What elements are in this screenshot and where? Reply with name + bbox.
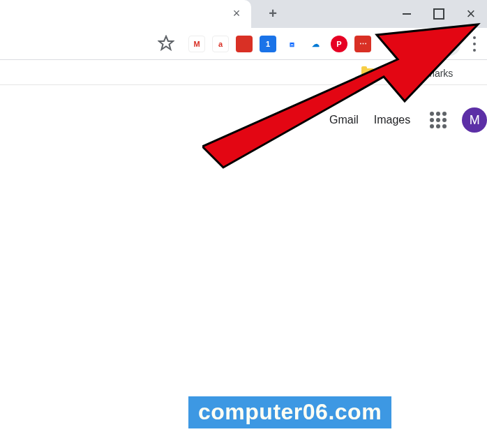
bookmark-star-icon[interactable] — [158, 35, 174, 52]
chrome-menu-button[interactable] — [467, 35, 481, 53]
account-avatar[interactable]: M — [462, 107, 487, 133]
toolbar-separator — [430, 36, 430, 53]
extension-icons-row: M a 1 ⧈ ☁ P ⋯ — [188, 33, 371, 54]
gmail-link[interactable]: Gmail — [329, 114, 359, 126]
a2-ext-icon[interactable]: a — [212, 36, 229, 52]
menu-dot-icon — [473, 43, 476, 45]
maximize-button[interactable] — [423, 0, 455, 28]
browser-toolbar: M a 1 ⧈ ☁ P ⋯ — [0, 28, 487, 60]
tab-strip: × + × — [0, 0, 487, 28]
new-tab-button[interactable]: + — [265, 6, 280, 22]
menu-dot-icon — [473, 49, 476, 52]
pinterest-icon[interactable]: P — [331, 36, 347, 52]
window-controls: × — [391, 0, 487, 28]
other-bookmarks-label: Other bookmarks — [378, 68, 453, 79]
profile-button[interactable] — [438, 33, 460, 56]
cloud-ext-icon[interactable]: ☁ — [307, 36, 324, 52]
watermark-label: computer06.com — [188, 396, 391, 428]
dropbox-icon[interactable]: ⧈ — [283, 36, 300, 52]
window-close-button[interactable]: × — [455, 0, 487, 28]
profile-avatar-icon — [443, 38, 456, 51]
close-tab-button[interactable]: × — [230, 7, 243, 20]
svg-marker-0 — [159, 36, 173, 50]
other-bookmarks-folder[interactable]: Other bookmarks — [361, 66, 453, 81]
google-header-links: Gmail Images M — [329, 107, 487, 133]
dots-ext-icon[interactable]: ⋯ — [354, 36, 371, 52]
square-ext-icon[interactable] — [236, 36, 253, 52]
badge-ext-icon[interactable]: 1 — [260, 36, 276, 52]
menu-dot-icon — [473, 36, 476, 39]
folder-icon — [361, 68, 374, 78]
mail-icon[interactable]: M — [188, 36, 205, 52]
images-link[interactable]: Images — [374, 114, 410, 126]
minimize-button[interactable] — [391, 0, 423, 28]
google-apps-button[interactable] — [430, 112, 447, 128]
svg-point-1 — [447, 40, 451, 45]
bookmarks-bar: Other bookmarks — [0, 60, 487, 85]
active-tab[interactable]: × — [0, 0, 251, 28]
